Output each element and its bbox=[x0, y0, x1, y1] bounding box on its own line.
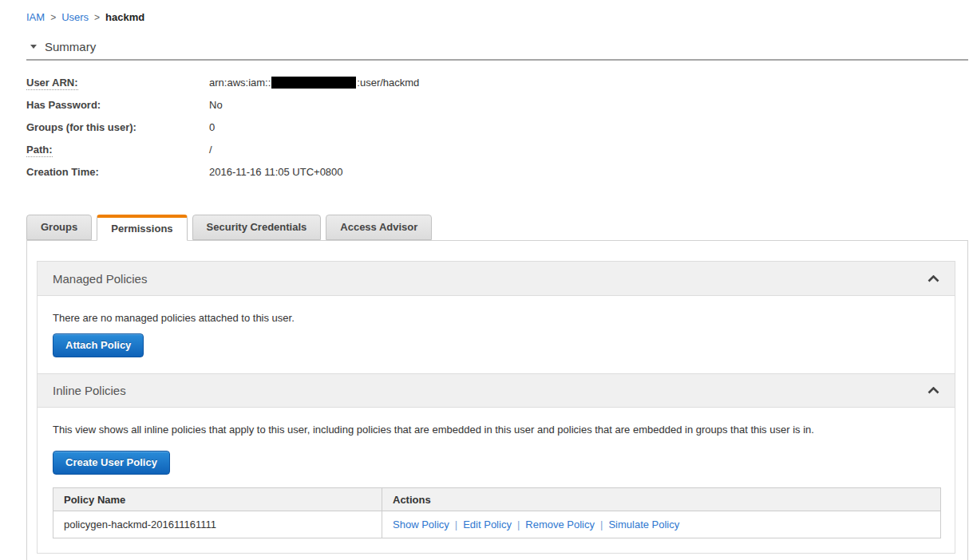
breadcrumb-separator: > bbox=[94, 12, 100, 23]
show-policy-link[interactable]: Show Policy bbox=[393, 519, 449, 530]
action-separator: | bbox=[600, 519, 603, 530]
simulate-policy-link[interactable]: Simulate Policy bbox=[608, 519, 679, 530]
inline-policies-collapse-button[interactable] bbox=[927, 387, 939, 394]
path-value: / bbox=[209, 144, 212, 156]
collapse-triangle-icon bbox=[30, 45, 37, 49]
managed-policies-collapse-button[interactable] bbox=[927, 275, 939, 282]
field-row-creation-time: Creation Time: 2016-11-16 11:05 UTC+0800 bbox=[26, 160, 968, 183]
table-header-row: Policy Name Actions bbox=[53, 488, 941, 511]
user-arn-value: arn:aws:iam:::user/hackmd bbox=[209, 77, 419, 89]
field-row-groups: Groups (for this user): 0 bbox=[26, 116, 968, 138]
attach-policy-button[interactable]: Attach Policy bbox=[53, 333, 144, 357]
inline-policies-table: Policy Name Actions policygen-hackmd-201… bbox=[53, 487, 941, 538]
column-header-policy-name: Policy Name bbox=[53, 488, 382, 511]
has-password-value: No bbox=[209, 99, 223, 111]
breadcrumb-current-user: hackmd bbox=[105, 11, 144, 23]
breadcrumb: IAM>Users>hackmd bbox=[26, 11, 968, 23]
breadcrumb-separator: > bbox=[50, 12, 56, 23]
chevron-up-icon bbox=[927, 275, 939, 282]
user-arn-label: User ARN: bbox=[26, 77, 209, 89]
permissions-tab-panel: Managed Policies There are no managed po… bbox=[26, 240, 968, 560]
inline-policies-description: This view shows all inline policies that… bbox=[53, 424, 939, 436]
table-row: policygen-hackmd-201611161111 Show Polic… bbox=[53, 511, 941, 538]
policies-card: Managed Policies There are no managed po… bbox=[37, 261, 955, 554]
summary-collapse-toggle[interactable]: Summary bbox=[30, 40, 968, 53]
groups-label: Groups (for this user): bbox=[26, 121, 209, 133]
field-row-user-arn: User ARN: arn:aws:iam:::user/hackmd bbox=[26, 71, 968, 93]
field-row-has-password: Has Password: No bbox=[26, 93, 968, 116]
edit-policy-link[interactable]: Edit Policy bbox=[463, 519, 512, 530]
managed-policies-body: There are no managed policies attached t… bbox=[38, 295, 955, 373]
breadcrumb-link-users[interactable]: Users bbox=[61, 11, 89, 23]
path-label: Path: bbox=[26, 144, 209, 156]
tab-permissions[interactable]: Permissions bbox=[97, 215, 187, 241]
creation-time-value: 2016-11-16 11:05 UTC+0800 bbox=[209, 166, 343, 178]
column-header-actions: Actions bbox=[382, 488, 941, 511]
field-row-path: Path: / bbox=[26, 138, 968, 160]
groups-value: 0 bbox=[209, 121, 215, 133]
user-detail-tabs: Groups Permissions Security Credentials … bbox=[26, 215, 968, 240]
tab-access-advisor[interactable]: Access Advisor bbox=[326, 215, 432, 240]
summary-title: Summary bbox=[45, 40, 96, 53]
remove-policy-link[interactable]: Remove Policy bbox=[525, 519, 595, 530]
managed-policies-header: Managed Policies bbox=[38, 262, 955, 295]
creation-time-label: Creation Time: bbox=[26, 166, 209, 178]
action-separator: | bbox=[455, 519, 457, 530]
tab-groups[interactable]: Groups bbox=[26, 215, 92, 240]
breadcrumb-link-iam[interactable]: IAM bbox=[26, 11, 45, 23]
has-password-label: Has Password: bbox=[26, 99, 209, 111]
policy-actions-cell: Show Policy|Edit Policy|Remove Policy|Si… bbox=[382, 511, 941, 538]
iam-user-page: IAM>Users>hackmd Summary User ARN: arn:a… bbox=[0, 0, 969, 560]
summary-fields: User ARN: arn:aws:iam:::user/hackmd Has … bbox=[26, 71, 968, 183]
chevron-up-icon bbox=[927, 387, 939, 394]
action-separator: | bbox=[517, 519, 520, 530]
create-user-policy-button[interactable]: Create User Policy bbox=[53, 451, 170, 475]
redacted-account-id bbox=[271, 77, 356, 89]
tab-security-credentials[interactable]: Security Credentials bbox=[192, 215, 322, 240]
policy-name-cell: policygen-hackmd-201611161111 bbox=[53, 511, 382, 538]
inline-policies-title: Inline Policies bbox=[53, 384, 126, 397]
summary-divider bbox=[26, 59, 968, 61]
managed-policies-title: Managed Policies bbox=[53, 272, 147, 286]
inline-policies-header: Inline Policies bbox=[38, 373, 955, 407]
inline-policies-body: This view shows all inline policies that… bbox=[38, 407, 955, 553]
managed-policies-empty-text: There are no managed policies attached t… bbox=[53, 312, 939, 325]
